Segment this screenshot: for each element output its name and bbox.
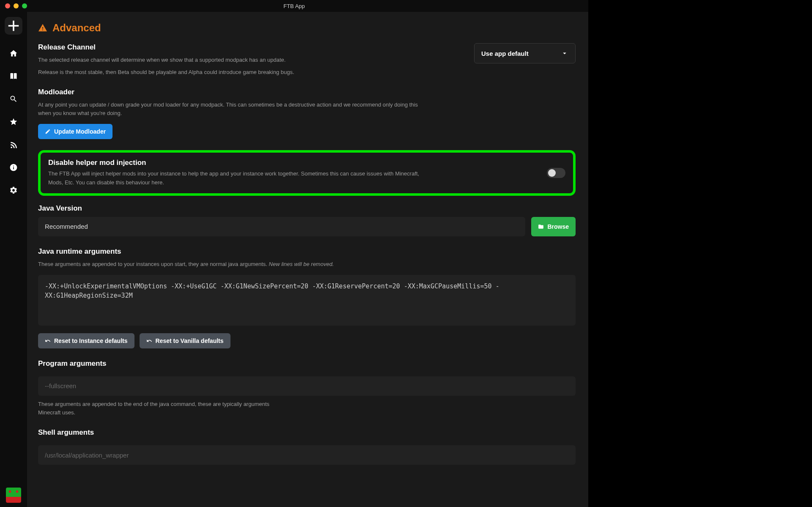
sidebar-item-library[interactable] <box>6 69 21 84</box>
info-icon <box>9 163 18 172</box>
update-modloader-label: Update Modloader <box>54 128 106 135</box>
page-header: Advanced <box>38 22 576 34</box>
app-body: Advanced Release Channel The selected re… <box>0 12 588 507</box>
runtime-args-section: Java runtime arguments These arguments a… <box>38 247 576 348</box>
close-window-button[interactable] <box>5 3 10 8</box>
user-avatar[interactable] <box>6 488 21 503</box>
titlebar: FTB App <box>0 0 588 12</box>
page-title: Advanced <box>52 22 101 34</box>
reset-instance-defaults-button[interactable]: Reset to Instance defaults <box>38 333 134 348</box>
release-channel-title: Release Channel <box>38 43 464 52</box>
book-icon <box>9 72 18 80</box>
minimize-window-button[interactable] <box>14 3 19 8</box>
app-window: FTB App <box>0 0 588 507</box>
program-args-section: Program arguments These arguments are ap… <box>38 359 576 418</box>
sidebar-item-search[interactable] <box>6 91 21 107</box>
shell-args-title: Shell arguments <box>38 428 576 437</box>
program-args-input[interactable] <box>38 376 576 396</box>
runtime-args-title: Java runtime arguments <box>38 247 576 256</box>
disable-helper-section: Disable helper mod injection The FTB App… <box>38 150 576 196</box>
shell-args-section: Shell arguments <box>38 428 576 465</box>
main-content: Advanced Release Channel The selected re… <box>27 12 588 507</box>
chevron-down-icon <box>561 49 568 57</box>
toggle-knob <box>548 169 556 177</box>
browse-button[interactable]: Browse <box>531 217 576 236</box>
reset-vanilla-label: Reset to Vanilla defaults <box>156 337 224 344</box>
sidebar-item-settings[interactable] <box>6 183 21 198</box>
release-channel-desc2: Release is the most stable, then Beta sh… <box>38 68 343 77</box>
shell-args-input[interactable] <box>38 445 576 465</box>
undo-icon <box>45 338 51 344</box>
search-icon <box>9 95 18 103</box>
java-version-input[interactable] <box>38 217 525 236</box>
pencil-icon <box>45 129 51 134</box>
release-channel-value: Use app default <box>481 50 529 57</box>
java-version-title: Java Version <box>38 204 576 213</box>
browse-label: Browse <box>547 223 569 230</box>
window-controls <box>5 3 27 8</box>
sidebar-item-news[interactable] <box>6 137 21 152</box>
sidebar-item-home[interactable] <box>6 46 21 61</box>
release-channel-section: Release Channel The selected release cha… <box>38 43 576 77</box>
star-icon <box>9 118 18 126</box>
avatar-icon <box>6 488 21 503</box>
disable-helper-desc: The FTB App will inject helper mods into… <box>48 170 420 187</box>
sidebar-item-favorites[interactable] <box>6 114 21 129</box>
runtime-args-textarea[interactable] <box>38 275 576 326</box>
release-channel-desc1: The selected release channel will determ… <box>38 56 343 65</box>
update-modloader-button[interactable]: Update Modloader <box>38 124 112 139</box>
sidebar-item-info[interactable] <box>6 160 21 175</box>
home-icon <box>9 49 18 58</box>
disable-helper-title: Disable helper mod injection <box>48 159 537 167</box>
program-args-title: Program arguments <box>38 359 576 368</box>
maximize-window-button[interactable] <box>22 3 27 8</box>
disable-helper-toggle[interactable] <box>547 168 565 178</box>
gear-icon <box>9 186 18 195</box>
modloader-title: Modloader <box>38 88 576 96</box>
folder-icon <box>538 224 544 230</box>
runtime-args-desc: These arguments are appended to your ins… <box>38 260 343 269</box>
java-version-section: Java Version Browse <box>38 204 576 236</box>
warning-icon <box>38 23 47 33</box>
rss-icon <box>9 140 18 149</box>
modloader-section: Modloader At any point you can update / … <box>38 88 576 140</box>
window-title: FTB App <box>283 3 305 9</box>
reset-vanilla-defaults-button[interactable]: Reset to Vanilla defaults <box>140 333 230 348</box>
plus-icon <box>5 17 22 35</box>
sidebar <box>0 12 27 507</box>
modloader-desc: At any point you can update / down grade… <box>38 101 427 118</box>
reset-instance-label: Reset to Instance defaults <box>54 337 128 344</box>
program-args-desc: These arguments are appended to the end … <box>38 400 275 418</box>
undo-icon <box>146 338 152 344</box>
release-channel-dropdown[interactable]: Use app default <box>474 43 576 63</box>
add-button[interactable] <box>5 17 22 35</box>
